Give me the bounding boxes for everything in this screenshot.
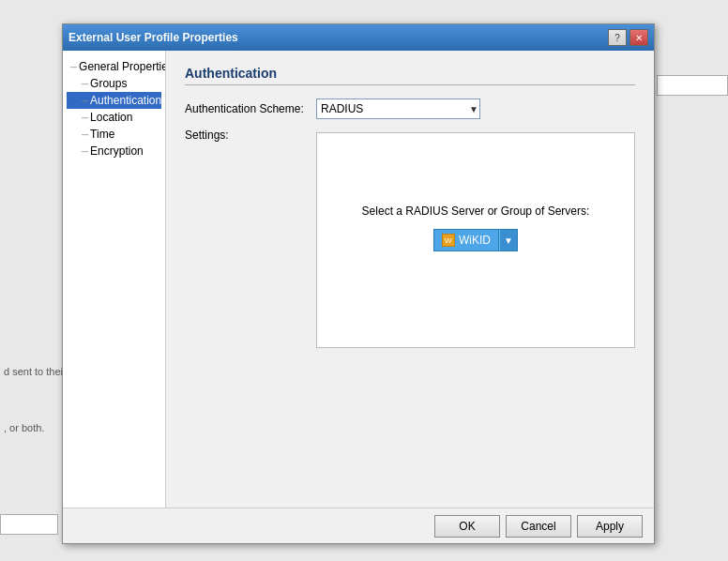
settings-row: Settings: Select a RADIUS Server or Grou… [185,129,635,348]
settings-inner: Select a RADIUS Server or Group of Serve… [332,148,619,251]
content-title: Authentication [185,66,635,85]
wikid-icon: W [442,234,455,247]
wikid-server-button[interactable]: W WiKID [433,229,499,251]
tree-branch-icon: ─ [82,113,88,123]
tree-item-groups[interactable]: ─ Groups [67,75,161,92]
background-text1: d sent to their [4,366,67,377]
dialog-body: ─ General Properties ─ Groups ─ Authenti… [63,51,654,543]
tree-item-encryption-label: Encryption [90,144,144,158]
scheme-label: Authentication Scheme: [185,102,316,115]
ok-button[interactable]: OK [434,515,500,538]
settings-box: Select a RADIUS Server or Group of Serve… [316,132,635,348]
background-input-top [657,75,728,96]
wikid-label: WiKID [459,234,491,247]
wikid-btn-wrapper: W WiKID ▼ [433,229,518,251]
tree-item-general[interactable]: ─ General Properties [67,58,161,75]
tree-item-time-label: Time [90,128,114,141]
content-panel: Authentication Authentication Scheme: RA… [166,51,654,543]
title-bar-buttons: ? ✕ [608,29,648,46]
dialog-title: External User Profile Properties [68,31,238,44]
background-text2: , or both. [4,422,44,433]
tree-item-authentication-label: Authentication [90,94,161,107]
apply-button[interactable]: Apply [577,515,643,538]
tree-item-authentication[interactable]: ─ Authentication [67,92,161,109]
scheme-select-wrapper: RADIUS LDAP Local None ▼ [316,99,480,119]
tree-item-encryption[interactable]: ─ Encryption [67,143,161,159]
tree-branch-icon: ─ [82,96,88,106]
background-bottom-input[interactable] [0,514,58,535]
tree-item-time[interactable]: ─ Time [67,126,161,143]
svg-text:W: W [445,236,452,245]
tree-panel: ─ General Properties ─ Groups ─ Authenti… [63,51,166,543]
wikid-dropdown-arrow[interactable]: ▼ [499,229,518,251]
tree-branch-icon: ─ [70,62,77,72]
title-bar: External User Profile Properties ? ✕ [63,24,654,51]
scheme-select[interactable]: RADIUS LDAP Local None [316,99,480,119]
help-button[interactable]: ? [608,29,627,46]
tree-branch-icon: ─ [82,146,88,157]
cancel-button[interactable]: Cancel [506,515,571,538]
close-button[interactable]: ✕ [629,29,648,46]
tree-item-groups-label: Groups [90,77,127,90]
dialog-footer: OK Cancel Apply [63,508,654,543]
radius-prompt: Select a RADIUS Server or Group of Serve… [362,205,590,218]
tree-item-general-label: General Properties [79,60,166,73]
tree-item-location[interactable]: ─ Location [67,109,161,126]
settings-label: Settings: [185,129,316,142]
scheme-row: Authentication Scheme: RADIUS LDAP Local… [185,99,635,119]
dialog-window: External User Profile Properties ? ✕ ─ G… [62,23,655,544]
tree-item-location-label: Location [90,111,132,124]
tree-branch-icon: ─ [82,129,88,140]
tree-branch-icon: ─ [82,79,88,89]
